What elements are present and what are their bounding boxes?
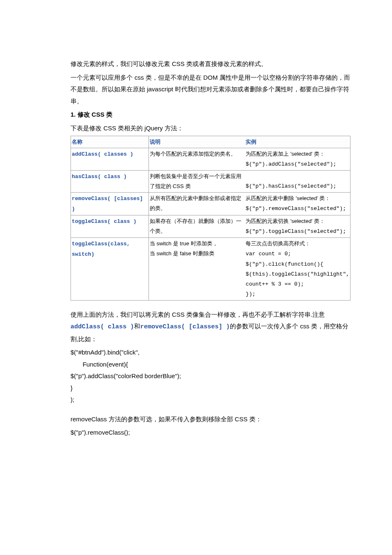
method-addclass[interactable]: addClass( classes ) xyxy=(72,151,133,157)
section-heading-1: 1. 修改 CSS 类 xyxy=(71,109,351,121)
removeclass-note: removeClass 方法的参数可选，如果不传入参数则移除全部 CSS 类： xyxy=(71,413,351,425)
code-block-removeclass: $("p").removeClass(); xyxy=(71,427,351,439)
cell-example: $("p").hasClass("selected"); xyxy=(245,171,350,193)
method-toggleclass[interactable]: toggleClass( class ) xyxy=(72,218,136,225)
method-removeclass[interactable]: removeClass( [classes] ) xyxy=(72,196,143,212)
inline-removeclass[interactable]: removeClass( [classes] ) xyxy=(140,323,230,330)
intro-paragraph-1: 修改元素的样式，我们可以修改元素 CSS 类或者直接修改元素的样式。 xyxy=(71,58,351,70)
cell-desc: 如果存在（不存在）就删除（添加）一个类。 xyxy=(149,215,245,238)
inline-addclass[interactable]: addClass( class ) xyxy=(71,323,134,330)
css-methods-table: 名称 说明 实例 addClass( classes ) 为每个匹配的元素添加指… xyxy=(71,136,351,301)
method-toggleclass-switch[interactable]: toggleClass(class, switch) xyxy=(72,241,130,257)
col-name: 名称 xyxy=(71,136,149,148)
code-block-bind: $("#btnAdd").bind("click", Function(even… xyxy=(71,347,351,406)
table-lead: 下表是修改 CSS 类相关的 jQuery 方法： xyxy=(71,122,351,134)
table-row: toggleClass( class ) 如果存在（不存在）就删除（添加）一个类… xyxy=(71,215,351,238)
after-table-paragraph: 使用上面的方法，我们可以将元素的 CSS 类像集合一样修改，再也不必手工解析字符… xyxy=(71,309,351,345)
col-example: 实例 xyxy=(245,136,350,148)
cell-example: 为匹配的元素切换 'selected' 类： $("p").toggleClas… xyxy=(245,215,350,238)
cell-example: 每三次点击切换高亮样式： var count = 0; $("p").click… xyxy=(245,238,350,300)
method-hasclass[interactable]: hasClass( class ) xyxy=(72,174,127,180)
cell-desc: 为每个匹配的元素添加指定的类名。 xyxy=(149,148,245,171)
cell-desc: 当 switch 是 true 时添加类， 当 switch 是 false 时… xyxy=(149,238,245,300)
cell-desc: 从所有匹配的元素中删除全部或者指定的类。 xyxy=(149,193,245,215)
col-desc: 说明 xyxy=(149,136,245,148)
table-row: removeClass( [classes] ) 从所有匹配的元素中删除全部或者… xyxy=(71,193,351,215)
table-row: hasClass( class ) 判断包装集中是否至少有一个元素应用了指定的 … xyxy=(71,171,351,193)
intro-paragraph-2: 一个元素可以应用多个 css 类，但是不幸的是在 DOM 属性中是用一个以空格分… xyxy=(71,72,351,108)
cell-example: 从匹配的元素中删除 'selected' 类： $("p").removeCla… xyxy=(245,193,350,215)
table-row: toggleClass(class, switch) 当 switch 是 tr… xyxy=(71,238,351,300)
cell-desc: 判断包装集中是否至少有一个元素应用了指定的 CSS 类 xyxy=(149,171,245,193)
table-header-row: 名称 说明 实例 xyxy=(71,136,351,148)
table-row: addClass( classes ) 为每个匹配的元素添加指定的类名。 为匹配… xyxy=(71,148,351,171)
cell-example: 为匹配的元素加上 'selected' 类： $("p").addClass("… xyxy=(245,148,350,171)
